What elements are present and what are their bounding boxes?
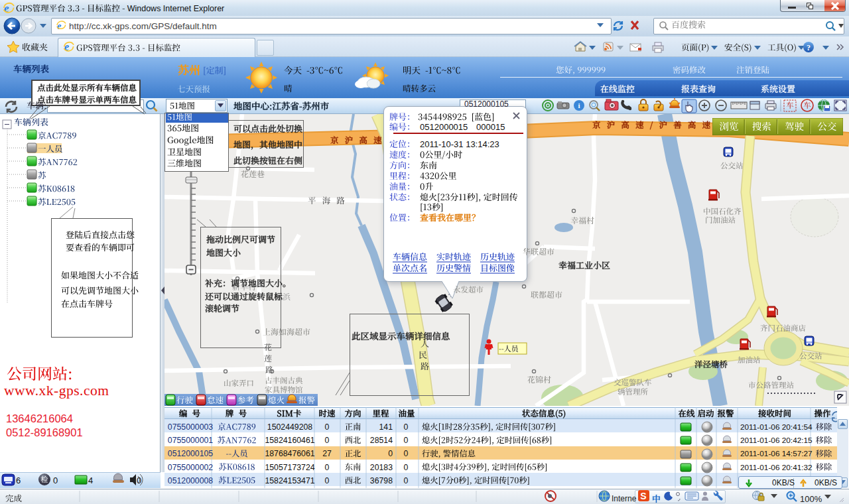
svg-text:S: S [640, 491, 646, 501]
svg-text:i: i [578, 101, 580, 109]
svg-text:?: ? [807, 43, 811, 52]
